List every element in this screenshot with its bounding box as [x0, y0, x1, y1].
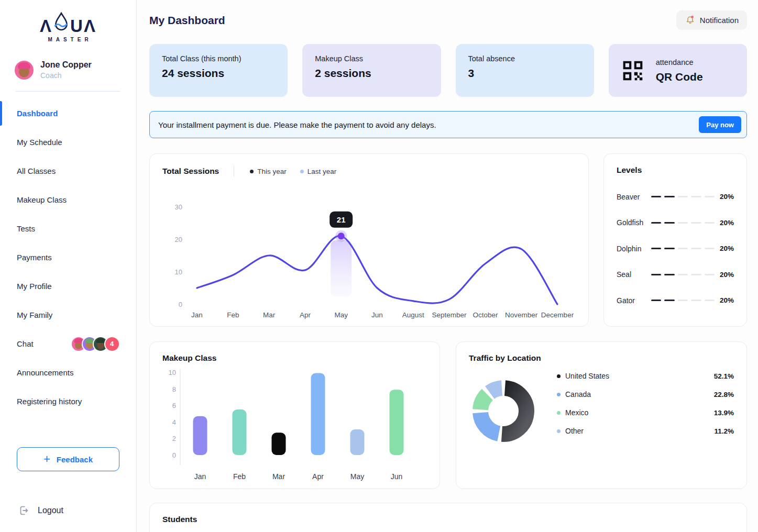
level-progress — [649, 248, 720, 249]
sidebar-item-my-profile[interactable]: My Profile — [0, 272, 136, 301]
level-percent: 20% — [720, 245, 734, 252]
svg-text:Apr: Apr — [300, 311, 311, 319]
sidebar-item-chat[interactable]: Chat4 — [0, 329, 136, 358]
level-dash — [678, 196, 688, 197]
logo-subtext: MASTER — [40, 37, 96, 42]
bell-icon — [685, 15, 696, 26]
svg-text:6: 6 — [172, 402, 176, 409]
legend-dot — [250, 170, 254, 173]
avatar — [15, 61, 34, 80]
level-name: Beaver — [617, 193, 649, 201]
level-dash — [678, 248, 688, 249]
svg-text:20: 20 — [175, 236, 182, 243]
total-sessions-line-chart[interactable]: 302010021JanFebMarAprMayJunAugustSeptemb… — [162, 183, 576, 320]
svg-text:Jun: Jun — [391, 472, 403, 481]
header-divider — [234, 165, 234, 177]
level-dash — [705, 274, 715, 275]
notification-button[interactable]: Notification — [676, 10, 747, 30]
svg-text:21: 21 — [337, 215, 346, 224]
sidebar-item-tests[interactable]: Tests — [0, 214, 136, 243]
sidebar-item-label: Makeup Class — [17, 195, 67, 204]
sidebar-item-label: All Classes — [17, 167, 56, 175]
traffic-legend-label: Canada — [565, 390, 591, 398]
level-percent: 20% — [720, 271, 734, 279]
sidebar-item-all-classes[interactable]: All Classes — [0, 157, 136, 185]
main-content: My Dashboard Notification Total Class (t… — [137, 0, 758, 532]
level-dash — [651, 300, 661, 301]
qr-code-icon — [621, 59, 644, 82]
traffic-legend-value: 11.2% — [714, 427, 734, 435]
logout-label: Logout — [38, 506, 63, 515]
stat-card-qr-code[interactable]: attendance QR Code — [609, 44, 747, 97]
level-dash — [678, 274, 688, 275]
level-row-goldfish: Goldfish20% — [617, 218, 734, 227]
svg-text:November: November — [505, 311, 538, 319]
traffic-title: Traffic by Location — [469, 353, 734, 363]
sidebar-item-registering-history[interactable]: Registering history — [0, 387, 136, 416]
level-percent: 20% — [720, 296, 734, 304]
level-row-seal: Seal20% — [617, 270, 734, 279]
svg-text:Mar: Mar — [263, 311, 276, 319]
svg-text:Jan: Jan — [194, 472, 206, 481]
level-dash — [705, 248, 715, 249]
stat-card-makeup-class: Makeup Class 2 sessions — [302, 44, 441, 97]
svg-text:Jun: Jun — [371, 311, 383, 319]
level-dash — [664, 248, 674, 249]
user-profile[interactable]: Jone Copper Coach — [15, 60, 136, 80]
sidebar-item-label: My Profile — [17, 282, 52, 291]
svg-text:8: 8 — [172, 385, 176, 393]
level-percent: 20% — [720, 193, 734, 201]
traffic-legend-label: Other — [565, 427, 584, 435]
feedback-button[interactable]: + Feedback — [17, 447, 119, 471]
logout-icon — [18, 505, 29, 516]
svg-text:October: October — [473, 311, 498, 319]
level-dash — [651, 248, 661, 249]
level-row-dolphin: Dolphin20% — [617, 245, 734, 253]
traffic-legend-row-mexico: Mexico13.9% — [557, 408, 734, 417]
plus-icon: + — [43, 453, 50, 465]
legend-item-this-year: This year — [250, 168, 287, 175]
traffic-legend-value: 13.9% — [714, 409, 734, 417]
sidebar-item-makeup-class[interactable]: Makeup Class — [0, 185, 136, 214]
page-title: My Dashboard — [149, 14, 225, 27]
sidebar-item-label: Announcements — [17, 368, 73, 377]
total-sessions-title: Total Sessions — [162, 167, 219, 176]
level-dash — [664, 196, 674, 197]
water-drop-icon — [53, 12, 69, 35]
level-dash — [691, 274, 701, 275]
user-name: Jone Copper — [40, 60, 92, 70]
svg-text:10: 10 — [175, 268, 182, 276]
logout-button[interactable]: Logout — [18, 505, 136, 516]
level-dash — [678, 300, 688, 301]
svg-text:September: September — [432, 311, 467, 319]
legend-item-last-year: Last year — [300, 168, 337, 175]
traffic-donut-chart[interactable] — [469, 376, 538, 446]
level-name: Gator — [617, 296, 649, 305]
svg-text:Jan: Jan — [191, 311, 203, 319]
svg-text:0: 0 — [172, 451, 176, 459]
svg-text:Feb: Feb — [233, 472, 246, 481]
level-name: Dolphin — [617, 245, 649, 253]
sidebar-item-my-schedule[interactable]: My Schedule — [0, 128, 136, 157]
makeup-class-bar-chart[interactable]: 1086420JanFebMarAprMayJun — [162, 367, 428, 483]
sidebar-item-label: Dashboard — [17, 109, 58, 118]
level-row-beaver: Beaver20% — [617, 193, 734, 201]
banner-message: Your installment payment is due. Please … — [158, 120, 436, 129]
legend-dot — [557, 393, 561, 396]
svg-text:August: August — [402, 311, 424, 319]
level-name: Seal — [617, 270, 649, 279]
level-progress — [649, 300, 720, 301]
sidebar-item-label: Registering history — [17, 397, 82, 406]
sidebar-item-announcements[interactable]: Announcements — [0, 358, 136, 387]
traffic-legend-label: Mexico — [565, 408, 588, 417]
students-title: Students — [162, 515, 734, 524]
sidebar-item-payments[interactable]: Payments — [0, 243, 136, 272]
sidebar-item-label: Payments — [17, 253, 52, 262]
sidebar-item-dashboard[interactable]: Dashboard — [0, 99, 136, 128]
level-dash — [664, 300, 674, 301]
sidebar-nav: DashboardMy ScheduleAll ClassesMakeup Cl… — [0, 99, 136, 416]
aqua-master-logo: Λ UΛ MASTER — [40, 12, 96, 42]
pay-now-button[interactable]: Pay now — [699, 116, 741, 133]
sidebar-item-my-family[interactable]: My Family — [0, 301, 136, 329]
traffic-by-location-card: Traffic by Location United States52.1%Ca… — [456, 341, 747, 489]
